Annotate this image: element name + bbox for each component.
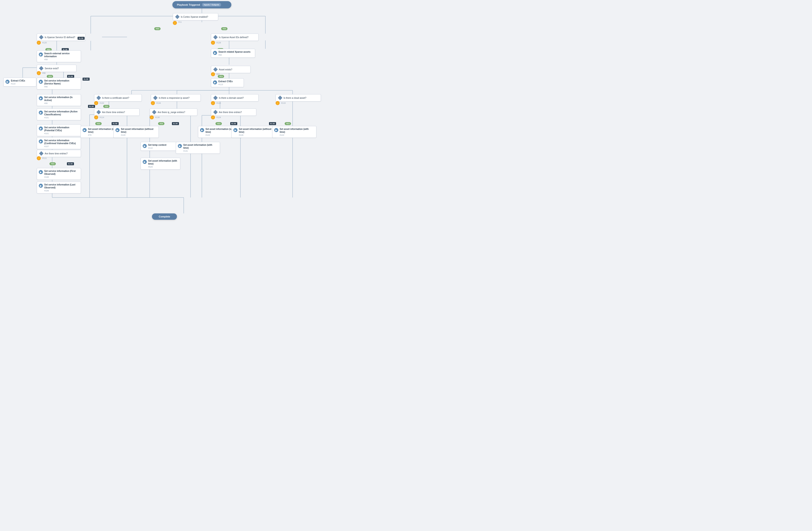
complete-label: Complete	[159, 215, 170, 218]
yes-label-ip: YES	[158, 122, 164, 125]
lightning-icon-7: ⚡	[94, 101, 98, 105]
node-extract-cves-right: ▶ Extract CVEs #113	[211, 78, 244, 87]
action-icon-9: ▶	[83, 128, 87, 132]
node-set-last-observed: ▶ Set service information (Last Observed…	[37, 182, 81, 193]
action-icon-6: ▶	[39, 96, 43, 100]
action-icon-18: ▶	[39, 170, 43, 174]
yes-cert-time: YES	[95, 122, 102, 125]
else-badge-domain-time: ELSE	[230, 122, 237, 125]
action-icon-19: ▶	[39, 184, 43, 188]
decision-asset-ids: Is Xpanse Asset IDs defined?	[211, 33, 259, 41]
action-icon-2: ▶	[213, 51, 217, 55]
node-set-service-active: ▶ Set service information (Is Active) #9…	[37, 94, 81, 106]
else-badge-cloud: ELSE	[269, 122, 276, 125]
diamond-icon-6	[97, 96, 101, 100]
diamond-icon	[175, 15, 180, 19]
diamond-icon-2	[39, 35, 44, 40]
action-icon-1: ▶	[39, 53, 43, 57]
action-icon-17: ▶	[143, 160, 147, 164]
node-asset-ids-icons: ⚡ #128	[211, 40, 221, 45]
action-icon-13: ▶	[274, 128, 278, 132]
yes-label-2: YES	[221, 27, 228, 30]
yes-label-cloud: YES	[285, 122, 291, 125]
decision-text: Is Cortex Xpanse enabled?	[181, 16, 208, 18]
yes-label-svc-time: YES	[49, 162, 56, 165]
node-ip-asset-icons: ⚡ #134	[151, 101, 161, 105]
else-badge-cert: ELSE	[88, 105, 95, 108]
node-domain-asset-icons: ⚡ #116	[211, 101, 221, 105]
action-icon-8: ▶	[39, 126, 43, 130]
action-icon-10: ▶	[115, 128, 119, 132]
lightning-icon-8: ⚡	[151, 101, 155, 105]
node-set-potential-cves: ▶ Set service information (Potential CVE…	[37, 124, 81, 136]
node-set-service-name: ▶ Set service information (Service Name)…	[37, 78, 81, 89]
diamond-icon-8	[213, 96, 218, 100]
diamond-icon-12	[213, 110, 218, 114]
node-set-first-observed: ▶ Set service information (First Observe…	[37, 168, 81, 180]
lightning-icon-6: ⚡	[211, 72, 215, 76]
node-set-asset-notime-domain: ▶ Set asset information (without time) #…	[231, 126, 277, 138]
node-cert-asset-icons: ⚡ #132	[94, 101, 104, 105]
action-icon-7: ▶	[39, 111, 43, 115]
action-icon-16: ▶	[178, 144, 182, 148]
node-set-asset-time-cloud: ▶ Set asset information (with time) #122	[272, 126, 316, 138]
lightning-icon-10: ⚡	[276, 101, 280, 105]
workflow-canvas: Playbook Triggered Inputs / Outputs Is C…	[0, 0, 812, 531]
connections-layer	[0, 0, 812, 531]
else-cert-time: ELSE	[112, 122, 119, 125]
lightning-icon-5: ⚡	[37, 71, 41, 75]
lightning-icon-9: ⚡	[211, 101, 215, 105]
trigger-node[interactable]: Playbook Triggered Inputs / Outputs	[172, 1, 231, 9]
node-extract-cves-left: ▶ Extract CVEs #110	[3, 78, 36, 86]
node-search-xpanse: ▶ Search related Xpanse assets #60	[211, 49, 255, 58]
node-ip-range-icons: ⚡ #130	[150, 115, 160, 120]
lightning-icon-12: ⚡	[150, 115, 154, 120]
yes-label-1: YES	[154, 27, 161, 30]
node-service-exist-icons: ⚡ #96	[37, 71, 46, 75]
node-set-active-class: ▶ Set service information (Active Classi…	[37, 109, 81, 120]
decision-cortex-xpanse: Is Cortex Xpanse enabled?	[173, 13, 218, 20]
else-badge-ip: ELSE	[172, 122, 179, 125]
else-label-svc-time: ELSE	[67, 162, 74, 165]
action-icon-5: ▶	[213, 80, 217, 84]
lightning-icon: ⚡	[173, 21, 177, 25]
node-set-asset-notime-cert: ▶ Set asset information (without time) #…	[113, 126, 159, 138]
action-icon-11: ▶	[200, 128, 204, 132]
action-icon-15: ▶	[143, 144, 147, 148]
trigger-label: Playbook Triggered	[177, 3, 200, 6]
node-cloud-asset-icons: ⚡ #119	[276, 101, 286, 105]
lightning-icon-14: ⚡	[37, 156, 41, 160]
diamond-icon-7	[153, 96, 158, 100]
diamond-icon-5	[213, 67, 218, 72]
lightning-icon-4: ⚡	[211, 41, 215, 45]
node-time-service-icons: ⚡ #111	[37, 156, 47, 160]
action-icon-4: ▶	[39, 80, 43, 84]
yes-label-domain-time: YES	[216, 122, 222, 125]
node-set-asset-time-ip: ▶ Set asset information (with time) #131	[176, 142, 220, 154]
action-icon-12: ▶	[233, 128, 237, 132]
lightning-icon-13: ⚡	[211, 115, 215, 120]
node-service-id-icons: ⚡ #120	[37, 40, 47, 45]
inputs-outputs-button[interactable]: Inputs / Outputs	[202, 3, 221, 6]
else-badge-1: ELSE	[77, 37, 85, 40]
node-set-confirmed-cves: ▶ Set service information (Confirmed Vul…	[37, 137, 81, 149]
action-icon-3: ▶	[5, 80, 10, 84]
node-set-temp-context: ▶ Set temp context #110	[141, 142, 180, 151]
diamond-icon-13	[39, 151, 44, 156]
action-icon-14: ▶	[39, 139, 43, 143]
lightning-icon-3: ⚡	[37, 41, 41, 45]
diamond-icon-4	[39, 66, 44, 71]
diamond-icon-10	[97, 110, 101, 114]
node-search-ext: ▶ Search external service information #5…	[37, 51, 81, 62]
lightning-icon-11: ⚡	[94, 115, 98, 120]
diamond-icon-11	[152, 110, 157, 114]
else-badge-4: ELSE	[83, 78, 90, 81]
yes-label-6: YES	[218, 75, 224, 78]
node-time-cert-icons: ⚡ #114	[94, 115, 104, 120]
node-set-asset-time-lower: ▶ Set asset information (with time) #629	[141, 158, 180, 170]
node-icon-cortex: ⚡ #11	[173, 20, 218, 25]
yes-label-cert: YES	[103, 105, 110, 108]
complete-node: Complete	[152, 213, 177, 220]
diamond-icon-9	[278, 96, 282, 100]
diamond-icon-3	[213, 35, 218, 40]
